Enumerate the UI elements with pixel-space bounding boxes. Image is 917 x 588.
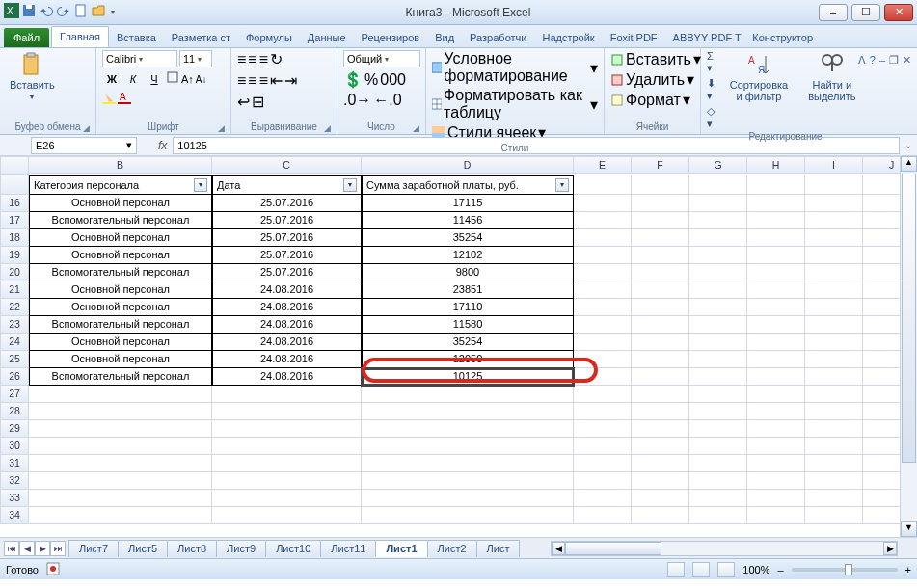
cell[interactable]: [212, 455, 362, 472]
table-cell[interactable]: 25.07.2016: [212, 195, 362, 212]
cell[interactable]: [212, 472, 362, 490]
cell[interactable]: [212, 490, 362, 507]
cell[interactable]: [805, 507, 863, 524]
format-as-table-button[interactable]: Форматировать как таблицу▾: [432, 87, 598, 121]
cell[interactable]: [805, 316, 863, 334]
cell[interactable]: [574, 281, 632, 299]
cell[interactable]: [632, 351, 689, 368]
number-dialog-icon[interactable]: ◢: [413, 123, 419, 133]
cell[interactable]: [632, 368, 689, 386]
hscroll-left-icon[interactable]: ◀: [552, 542, 565, 555]
cell[interactable]: [747, 490, 805, 507]
autosum-icon[interactable]: Σ ▾: [707, 50, 717, 74]
sheet-tab[interactable]: Лист11: [320, 540, 376, 557]
scroll-down-icon[interactable]: ▼: [901, 521, 917, 537]
cell[interactable]: [689, 195, 747, 212]
dec-decimal-icon[interactable]: ←.0: [373, 92, 401, 109]
cell[interactable]: [632, 195, 689, 212]
active-cell[interactable]: 10125: [362, 368, 574, 386]
cell[interactable]: [632, 247, 689, 264]
tab-insert[interactable]: Вставка: [109, 28, 164, 47]
cell[interactable]: [689, 229, 747, 247]
cell[interactable]: [805, 403, 863, 420]
cell[interactable]: [212, 403, 362, 420]
column-header[interactable]: F: [632, 156, 689, 174]
cell[interactable]: [689, 455, 747, 472]
cell[interactable]: [747, 507, 805, 524]
cells-area[interactable]: Категория персонала▾Дата▾Сумма заработно…: [29, 175, 917, 524]
table-cell[interactable]: Вспомогательный персонал: [29, 212, 212, 229]
cell[interactable]: [689, 247, 747, 264]
cell[interactable]: [212, 386, 362, 403]
table-cell[interactable]: 24.08.2016: [212, 281, 362, 299]
cell[interactable]: [689, 438, 747, 455]
table-cell[interactable]: 25.07.2016: [212, 247, 362, 264]
cell[interactable]: [747, 455, 805, 472]
row-header[interactable]: 34: [0, 507, 29, 524]
italic-button[interactable]: К: [123, 70, 143, 88]
cell[interactable]: [574, 212, 632, 229]
cell[interactable]: [212, 420, 362, 438]
decrease-font-icon[interactable]: A↓: [196, 74, 207, 85]
cell[interactable]: [805, 281, 863, 299]
font-size-combo[interactable]: 11▾: [179, 50, 212, 67]
cell[interactable]: [689, 403, 747, 420]
cell[interactable]: [747, 386, 805, 403]
column-header[interactable]: H: [747, 156, 805, 174]
cell[interactable]: [805, 299, 863, 316]
cell[interactable]: [632, 175, 689, 195]
cell[interactable]: [805, 247, 863, 264]
cell[interactable]: [574, 247, 632, 264]
table-cell[interactable]: 9800: [362, 264, 574, 281]
paste-button[interactable]: Вставить ▾: [6, 50, 59, 103]
cell[interactable]: [29, 386, 212, 403]
cell[interactable]: [574, 299, 632, 316]
cell[interactable]: [632, 472, 689, 490]
column-header[interactable]: B: [29, 156, 212, 174]
cell[interactable]: [689, 316, 747, 334]
cell[interactable]: [362, 507, 574, 524]
table-cell[interactable]: 24.08.2016: [212, 368, 362, 386]
tab-foxit[interactable]: Foxit PDF: [603, 28, 665, 47]
cell[interactable]: [805, 455, 863, 472]
cell[interactable]: [805, 351, 863, 368]
table-cell[interactable]: 24.08.2016: [212, 299, 362, 316]
cell[interactable]: [574, 334, 632, 351]
cell[interactable]: [689, 212, 747, 229]
wrap-text-icon[interactable]: ↩: [237, 93, 250, 111]
cell[interactable]: [747, 195, 805, 212]
cell[interactable]: [29, 472, 212, 490]
cell[interactable]: [29, 403, 212, 420]
cell[interactable]: [29, 420, 212, 438]
vertical-scrollbar[interactable]: ▲ ▼: [900, 156, 917, 537]
align-left-icon[interactable]: ≡: [237, 72, 246, 90]
sheet-tab[interactable]: Лист1: [375, 540, 427, 557]
cell[interactable]: [747, 281, 805, 299]
align-middle-icon[interactable]: ≡: [248, 51, 256, 68]
cell[interactable]: [689, 368, 747, 386]
cell[interactable]: [805, 368, 863, 386]
cell[interactable]: [805, 175, 863, 195]
clipboard-dialog-icon[interactable]: ◢: [83, 123, 90, 133]
tab-addins[interactable]: Надстройк: [534, 28, 602, 47]
sheet-nav-first-icon[interactable]: ⏮: [4, 541, 19, 556]
cell[interactable]: [29, 507, 212, 524]
table-cell[interactable]: 24.08.2016: [212, 316, 362, 334]
cell[interactable]: [747, 472, 805, 490]
font-color-icon[interactable]: A: [118, 91, 131, 108]
table-cell[interactable]: 25.07.2016: [212, 229, 362, 247]
scroll-up-icon[interactable]: ▲: [901, 156, 917, 172]
table-cell[interactable]: 11580: [362, 316, 574, 334]
table-cell[interactable]: 17115: [362, 195, 574, 212]
filter-button[interactable]: ▾: [194, 178, 207, 192]
cell[interactable]: [574, 403, 632, 420]
table-cell[interactable]: Основной персонал: [29, 229, 212, 247]
font-dialog-icon[interactable]: ◢: [218, 123, 225, 133]
cell[interactable]: [747, 403, 805, 420]
help-icon[interactable]: ?: [870, 54, 876, 67]
row-headers[interactable]: 16171819202122232425262728293031323334: [0, 156, 29, 524]
vscroll-thumb[interactable]: [902, 174, 916, 463]
zoom-thumb[interactable]: [845, 564, 852, 575]
zoom-out-button[interactable]: –: [777, 564, 783, 575]
conditional-format-button[interactable]: Условное форматирование▾: [432, 50, 598, 85]
